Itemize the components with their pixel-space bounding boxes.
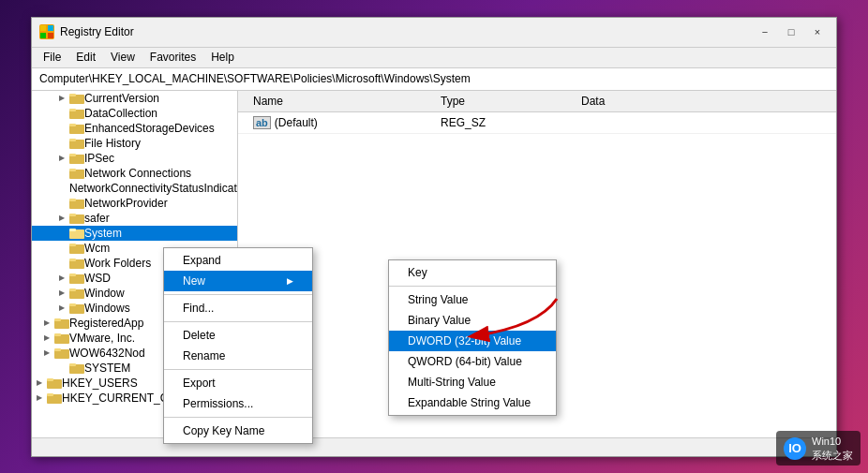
sub-multistring[interactable]: Multi-String Value [389, 372, 556, 392]
detail-header: Name Type Data [238, 91, 836, 112]
sub-dword[interactable]: DWORD (32-bit) Value [389, 331, 556, 351]
svg-rect-1 [48, 25, 53, 31]
tree-item-label: File History [84, 137, 141, 150]
folder-icon [69, 212, 84, 225]
tree-item-networkprovider[interactable]: NetworkProvider [32, 196, 237, 211]
title-bar: Registry Editor − □ × [32, 18, 836, 48]
svg-rect-6 [69, 94, 76, 96]
ctx-new[interactable]: New [164, 271, 312, 291]
watermark-text: Win10系统之家 [812, 435, 853, 462]
context-menu: Expand New Find... Delete Rename Export … [163, 247, 313, 444]
folder-icon [69, 152, 84, 165]
folder-icon [69, 197, 84, 210]
tree-item-safer[interactable]: ▶ safer [32, 211, 237, 226]
submenu-new: Key String Value Binary Value DWORD (32-… [388, 259, 557, 416]
sub-key[interactable]: Key [389, 262, 556, 283]
svg-rect-30 [69, 273, 76, 276]
svg-rect-34 [69, 303, 76, 306]
folder-icon [69, 137, 84, 150]
window-title: Registry Editor [60, 25, 754, 38]
tree-item-datacollection[interactable]: DataCollection [32, 106, 237, 121]
tree-item-filehistory[interactable]: File History [32, 136, 237, 151]
menu-file[interactable]: File [36, 49, 68, 66]
tree-item-networkconnections[interactable]: Network Connections [32, 166, 237, 181]
menu-favorites[interactable]: Favorites [142, 49, 203, 66]
ctx-permissions[interactable]: Permissions... [164, 393, 312, 414]
ctx-export[interactable]: Export [164, 373, 312, 393]
status-bar [32, 437, 836, 456]
close-button[interactable]: × [806, 21, 829, 43]
chevron-icon: ▶ [39, 333, 54, 342]
tree-item-label: RegisteredApp [69, 317, 143, 330]
sub-binary[interactable]: Binary Value [389, 310, 556, 331]
svg-rect-40 [54, 348, 61, 351]
svg-rect-0 [40, 25, 46, 31]
ctx-separator-3 [164, 369, 312, 370]
svg-rect-12 [69, 139, 76, 141]
tree-item-enhancedstorage[interactable]: EnhancedStorageDevices [32, 121, 237, 136]
folder-icon [69, 242, 84, 255]
folder-icon [47, 392, 62, 405]
svg-rect-36 [54, 318, 61, 321]
svg-rect-22 [69, 214, 76, 216]
folder-icon [54, 317, 69, 330]
tree-item-label: HKEY_USERS [62, 377, 138, 390]
svg-rect-2 [40, 33, 46, 38]
tree-item-netconnstatus[interactable]: NetworkConnectivityStatusIndicator [32, 181, 237, 196]
chevron-icon: ▶ [32, 378, 47, 387]
tree-item-label: CurrentVersion [84, 92, 159, 105]
detail-row[interactable]: ab (Default) REG_SZ [238, 112, 836, 134]
folder-icon [69, 302, 84, 315]
tree-item-label: VMware, Inc. [69, 332, 135, 345]
address-bar: Computer\HKEY_LOCAL_MACHINE\SOFTWARE\Pol… [32, 68, 836, 91]
menu-bar: File Edit View Favorites Help [32, 48, 836, 68]
menu-edit[interactable]: Edit [68, 49, 103, 66]
tree-item-currentversion[interactable]: ▶ CurrentVersion [32, 91, 237, 106]
tree-item-label: safer [84, 212, 110, 225]
ctx-expand[interactable]: Expand [164, 250, 312, 271]
ctx-delete[interactable]: Delete [164, 325, 312, 346]
app-icon [39, 24, 54, 39]
folder-icon [69, 287, 84, 300]
sub-expandable[interactable]: Expandable String Value [389, 392, 556, 413]
ctx-copykey[interactable]: Copy Key Name [164, 421, 312, 441]
tree-item-label: DataCollection [84, 107, 157, 120]
col-name: Name [246, 93, 433, 110]
folder-icon [69, 362, 84, 375]
tree-item-ipsec[interactable]: ▶ IPSec [32, 151, 237, 166]
sub-string[interactable]: String Value [389, 289, 556, 310]
tree-item-label: HKEY_CURRENT_CO [62, 392, 177, 405]
svg-rect-46 [47, 393, 53, 396]
sub-qword[interactable]: QWORD (64-bit) Value [389, 351, 556, 372]
maximize-button[interactable]: □ [780, 21, 802, 43]
svg-rect-8 [69, 109, 76, 111]
ctx-rename[interactable]: Rename [164, 346, 312, 366]
cell-name: ab (Default) [246, 114, 433, 131]
ctx-find[interactable]: Find... [164, 298, 312, 318]
ctx-separator-4 [164, 417, 312, 418]
chevron-icon: ▶ [54, 154, 69, 162]
chevron-icon: ▶ [39, 318, 54, 327]
chevron-icon: ▶ [54, 273, 69, 282]
minimize-button[interactable]: − [754, 21, 776, 43]
svg-rect-42 [69, 363, 76, 366]
col-data: Data [574, 93, 829, 110]
watermark: IO Win10系统之家 [776, 431, 861, 466]
svg-rect-16 [69, 169, 76, 171]
reg-value-name: (Default) [275, 116, 318, 129]
folder-icon [69, 107, 84, 120]
folder-icon [47, 377, 62, 390]
tree-item-label: System [84, 227, 122, 240]
folder-icon [69, 167, 84, 180]
folder-icon [69, 257, 84, 270]
tree-item-label: WSD [84, 272, 111, 285]
svg-rect-20 [69, 199, 76, 201]
svg-rect-26 [69, 244, 76, 246]
menu-help[interactable]: Help [203, 49, 242, 66]
tree-item-system[interactable]: System [32, 226, 237, 241]
chevron-icon: ▶ [54, 303, 69, 312]
reg-value-icon: ab [253, 116, 271, 129]
svg-rect-44 [47, 378, 53, 381]
menu-view[interactable]: View [103, 49, 142, 66]
cell-data [574, 121, 829, 125]
